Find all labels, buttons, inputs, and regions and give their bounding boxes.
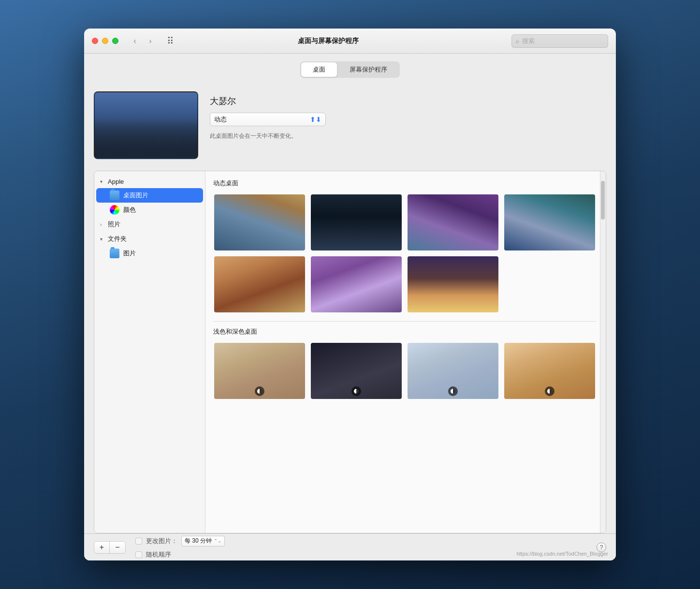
tab-group: 桌面 屏幕保护程序 bbox=[300, 61, 400, 78]
chevron-down-icon-2: ▾ bbox=[100, 236, 106, 242]
wallpaper-thumb-7[interactable] bbox=[407, 255, 499, 313]
grid-area: 动态桌面 bbox=[205, 171, 606, 533]
chevron-down-icon: ▾ bbox=[100, 179, 106, 184]
random-order-label: 随机顺序 bbox=[146, 550, 171, 559]
thumb-image-4 bbox=[504, 194, 595, 250]
wallpaper-thumb-3[interactable] bbox=[407, 193, 499, 251]
wallpaper-thumb-4[interactable] bbox=[503, 193, 596, 251]
scrollbar-thumb[interactable] bbox=[601, 181, 605, 220]
main-window: ‹ › ⠿ 桌面与屏幕保护程序 ⌕ 搜索 桌面 屏幕保护程序 大瑟尔 动态 ⬆⬇ bbox=[84, 29, 616, 560]
thumb-image-1 bbox=[214, 194, 305, 250]
interval-dropdown-arrow-icon: ⌃⌄ bbox=[214, 538, 221, 544]
grid-icon: ⠿ bbox=[167, 35, 174, 47]
dropdown-label: 动态 bbox=[214, 115, 227, 124]
sidebar-section-folders[interactable]: ▾ 文件夹 bbox=[94, 232, 205, 246]
wallpaper-thumb-1[interactable] bbox=[213, 193, 306, 251]
sidebar-section-folders-label: 文件夹 bbox=[108, 235, 127, 243]
search-bar[interactable]: ⌕ 搜索 bbox=[511, 34, 608, 48]
folder-pictures-icon bbox=[110, 249, 119, 258]
dynamic-wallpaper-grid bbox=[213, 193, 596, 313]
traffic-lights bbox=[92, 38, 118, 44]
back-button[interactable]: ‹ bbox=[128, 34, 142, 48]
preview-image bbox=[94, 91, 198, 159]
interval-label: 每 30 分钟 bbox=[185, 537, 212, 545]
lower-area: ▾ Apple 桌面图片 颜色 › 照片 ▾ bbox=[94, 171, 606, 533]
add-button[interactable]: + bbox=[94, 542, 110, 553]
tab-screensaver[interactable]: 屏幕保护程序 bbox=[338, 62, 399, 77]
tabbar: 桌面 屏幕保护程序 bbox=[84, 54, 616, 84]
sidebar: ▾ Apple 桌面图片 颜色 › 照片 ▾ bbox=[94, 171, 205, 533]
thumb-image-3 bbox=[408, 194, 498, 250]
forward-button[interactable]: › bbox=[144, 34, 157, 48]
sidebar-section-apple[interactable]: ▾ Apple bbox=[94, 175, 205, 188]
wallpaper-description: 此桌面图片会在一天中不断变化。 bbox=[210, 132, 326, 140]
dynamic-dropdown[interactable]: 动态 ⬆⬇ bbox=[210, 113, 326, 126]
wallpaper-thumb-ld4[interactable] bbox=[503, 342, 596, 400]
nav-buttons: ‹ › bbox=[128, 34, 157, 48]
preview-info: 大瑟尔 动态 ⬆⬇ 此桌面图片会在一天中不断变化。 bbox=[210, 91, 326, 140]
sidebar-item-pictures-label: 图片 bbox=[123, 249, 136, 258]
search-icon: ⌕ bbox=[516, 38, 519, 44]
random-order-checkbox[interactable] bbox=[135, 551, 142, 558]
folder-icon bbox=[110, 191, 119, 200]
thumb-image-6 bbox=[311, 256, 402, 312]
sidebar-section-apple-label: Apple bbox=[108, 178, 124, 185]
search-placeholder: 搜索 bbox=[522, 37, 535, 45]
preview-area: 大瑟尔 动态 ⬆⬇ 此桌面图片会在一天中不断变化。 bbox=[94, 84, 606, 171]
section-title-light-dark: 浅色和深色桌面 bbox=[213, 327, 596, 336]
wallpaper-name: 大瑟尔 bbox=[210, 95, 326, 107]
sidebar-section-photos[interactable]: › 照片 bbox=[94, 217, 205, 232]
thumb-image-7 bbox=[408, 256, 498, 312]
wallpaper-thumb-ld3[interactable] bbox=[407, 342, 499, 400]
sidebar-item-colors-label: 颜色 bbox=[123, 206, 136, 214]
interval-dropdown[interactable]: 每 30 分钟 ⌃⌄ bbox=[181, 536, 225, 546]
change-picture-label: 更改图片： bbox=[146, 537, 177, 545]
add-remove-buttons: + − bbox=[94, 541, 126, 554]
dropdown-arrow-icon: ⬆⬇ bbox=[310, 116, 321, 123]
section-title-dynamic: 动态桌面 bbox=[213, 179, 596, 188]
wallpaper-thumb-ld2[interactable] bbox=[310, 342, 403, 400]
change-picture-checkbox[interactable] bbox=[135, 538, 142, 545]
thumb-image-5 bbox=[214, 256, 305, 312]
light-dark-indicator-1 bbox=[255, 386, 264, 396]
wallpaper-thumb-5[interactable] bbox=[213, 255, 306, 313]
sidebar-section-photos-label: 照片 bbox=[108, 220, 120, 229]
wallpaper-thumb-ld1[interactable] bbox=[213, 342, 306, 400]
main-content: 大瑟尔 动态 ⬆⬇ 此桌面图片会在一天中不断变化。 ▾ Apple 桌面图 bbox=[84, 84, 616, 533]
chevron-right-icon: › bbox=[100, 222, 106, 227]
light-dark-indicator-3 bbox=[448, 386, 458, 396]
tab-desktop[interactable]: 桌面 bbox=[301, 62, 337, 77]
titlebar: ‹ › ⠿ 桌面与屏幕保护程序 ⌕ 搜索 bbox=[84, 29, 616, 54]
scrollbar-track[interactable] bbox=[600, 171, 606, 533]
window-title: 桌面与屏幕保护程序 bbox=[180, 37, 477, 45]
grid-scroll-wrapper: 动态桌面 bbox=[205, 171, 606, 533]
thumb-image-2 bbox=[311, 194, 402, 250]
remove-button[interactable]: − bbox=[110, 542, 125, 553]
sidebar-item-colors[interactable]: 颜色 bbox=[96, 203, 203, 217]
change-picture-row: 更改图片： 每 30 分钟 ⌃⌄ bbox=[135, 536, 225, 546]
light-dark-indicator-2 bbox=[351, 386, 361, 396]
wallpaper-thumb-2[interactable] bbox=[310, 193, 403, 251]
maximize-button[interactable] bbox=[112, 38, 118, 44]
minimize-button[interactable] bbox=[102, 38, 108, 44]
random-order-row: 随机顺序 bbox=[135, 550, 225, 559]
light-dark-wallpaper-grid bbox=[213, 342, 596, 400]
close-button[interactable] bbox=[92, 38, 98, 44]
sidebar-item-pictures[interactable]: 图片 bbox=[96, 246, 203, 261]
light-dark-indicator-4 bbox=[545, 386, 554, 396]
colorwheel-icon bbox=[110, 205, 119, 215]
sidebar-item-desktop-pictures-label: 桌面图片 bbox=[123, 191, 148, 200]
sidebar-item-desktop-pictures[interactable]: 桌面图片 bbox=[96, 188, 203, 203]
wallpaper-thumb-6[interactable] bbox=[310, 255, 403, 313]
watermark: https://blog.csdn.net/TodChen_Blogger bbox=[516, 551, 608, 557]
bottom-options: 更改图片： 每 30 分钟 ⌃⌄ 随机顺序 bbox=[135, 536, 225, 559]
section-divider bbox=[213, 321, 596, 322]
